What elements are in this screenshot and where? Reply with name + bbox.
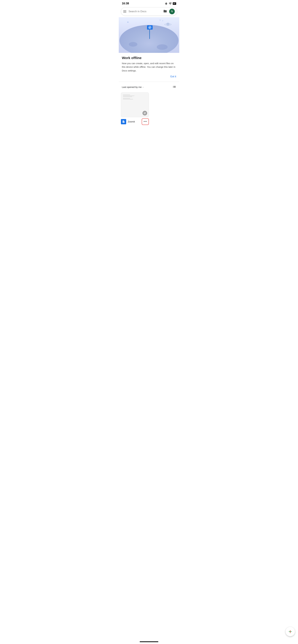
- list-view-icon[interactable]: [173, 85, 176, 89]
- battery-indicator: 87: [173, 2, 176, 5]
- offline-description: Now you can create, open, and edit recen…: [122, 62, 176, 72]
- offline-title: Work offline: [122, 56, 176, 60]
- document-thumbnail[interactable]: [121, 92, 149, 117]
- sort-arrow-icon: ↓: [143, 86, 144, 88]
- airplane-icon: [165, 2, 168, 5]
- offline-card: Work offline Now you can create, open, a…: [119, 53, 179, 81]
- flag-icon: [146, 25, 153, 39]
- wifi-icon: [169, 2, 172, 5]
- offline-badge-icon: [142, 111, 147, 116]
- sort-label-text: Last opened by me: [122, 86, 142, 88]
- sort-button[interactable]: Last opened by me ↓: [122, 86, 143, 88]
- status-time: 16:38: [122, 2, 129, 5]
- document-info-row: Zoomit •••: [121, 118, 149, 125]
- search-input[interactable]: Search in Docs: [128, 10, 161, 13]
- hamburger-menu-button[interactable]: [123, 10, 126, 12]
- document-grid: Zoomit •••: [119, 91, 179, 140]
- sort-bar: Last opened by me ↓: [119, 82, 179, 91]
- doc-type-icon: [121, 119, 126, 124]
- saturn-icon: [164, 22, 172, 26]
- document-card: Zoomit •••: [121, 92, 149, 125]
- status-icons: 87: [165, 2, 176, 5]
- doc-preview-lines: [123, 95, 137, 100]
- home-indicator: [140, 641, 158, 642]
- document-name: Zoomit: [128, 120, 140, 123]
- status-bar: 16:38 87: [119, 0, 179, 6]
- document-more-button[interactable]: •••: [142, 118, 149, 125]
- avatar[interactable]: N: [169, 9, 175, 14]
- folder-icon[interactable]: [163, 9, 167, 14]
- got-it-button[interactable]: Got it: [122, 74, 176, 78]
- hero-banner: [119, 17, 179, 53]
- more-dots-icon: •••: [143, 120, 147, 123]
- search-bar: Search in Docs N: [121, 7, 177, 16]
